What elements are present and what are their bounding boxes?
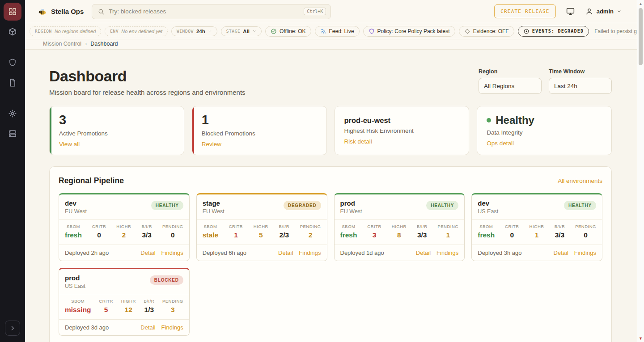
env-card-footer: Deployed 1d ago DetailFindings [335, 245, 465, 261]
region-pill-value: No regions defined [55, 29, 96, 34]
env-card-footer: Deployed 6h ago DetailFindings [197, 245, 327, 261]
env-metric-highr: HIGHR1 [530, 224, 544, 239]
env-detail-link[interactable]: Detail [554, 249, 568, 256]
env-metric-highr: HIGHR2 [116, 224, 131, 239]
sidebar-item-documents[interactable] [4, 74, 21, 92]
server-icon [8, 129, 17, 138]
env-region: EU West [65, 208, 87, 215]
monitor-icon [566, 7, 575, 16]
env-detail-link[interactable]: Detail [416, 249, 431, 256]
env-status-badge: HEALTHY [426, 201, 458, 210]
env-status-badge: HEALTHY [151, 201, 183, 210]
stat-card-blocked-promotions: 1 Blocked Promotions Review [192, 106, 327, 155]
all-environments-link[interactable]: All environments [558, 177, 602, 184]
environment-card: dev EU West HEALTHY SBOMfreshCRITR0HIGHR… [59, 193, 190, 261]
app-header: Stella Ops Ctrl+K CREATE RELEASE admin [25, 0, 637, 23]
chevron-down-icon [208, 29, 212, 33]
view-all-link[interactable]: View all [59, 141, 80, 148]
events-status-pill: EVENTS: DEGRADED [518, 26, 589, 37]
window-context-dropdown[interactable]: WINDOW 24h [171, 26, 217, 36]
sidebar-item-dashboard[interactable] [4, 3, 21, 21]
create-release-button[interactable]: CREATE RELEASE [494, 4, 556, 18]
regional-pipeline-section: Regional Pipeline All environments dev E… [49, 166, 612, 342]
review-link[interactable]: Review [202, 141, 221, 148]
display-button[interactable] [566, 7, 575, 16]
env-detail-link[interactable]: Detail [140, 249, 155, 256]
stat-label: Data Integrity [487, 129, 603, 136]
env-region: EU West [340, 208, 362, 215]
env-findings-link[interactable]: Findings [436, 249, 458, 256]
env-findings-link[interactable]: Findings [161, 249, 183, 256]
env-card-footer: Deployed 3d ago DetailFindings [59, 320, 189, 335]
scroll-up-arrow-icon[interactable]: ▲ [637, 2, 644, 6]
env-metric-critr: CRITR0 [92, 224, 106, 239]
env-deployed: Deployed 3h ago [478, 249, 521, 256]
risk-detail-link[interactable]: Risk detail [344, 138, 372, 145]
sidebar [0, 0, 25, 342]
document-icon [8, 78, 17, 87]
env-findings-link[interactable]: Findings [574, 249, 596, 256]
sidebar-expand-button[interactable] [5, 321, 20, 336]
global-search[interactable]: Ctrl+K [92, 4, 331, 19]
stat-card-active-promotions: 3 Active Promotions View all [49, 106, 184, 155]
env-metric-bir: B/I/R1/3 [144, 299, 155, 314]
env-identity: prod US East [65, 274, 85, 289]
evidence-status-text: Evidence: OFF [473, 28, 509, 34]
environment-card: prod US East BLOCKED SBOMmissingCRITR5HI… [59, 268, 190, 336]
env-pill-value: No env defined yet [121, 29, 162, 34]
env-metric-sbom: SBOMfresh [478, 224, 495, 239]
window-pill-label: WINDOW [177, 29, 194, 34]
search-icon [97, 8, 105, 15]
env-metric-bir: B/I/R3/3 [555, 224, 565, 239]
time-window-filter: Time Window Last 24h [549, 68, 612, 94]
env-metric-highr: HIGHR8 [392, 224, 407, 239]
search-input[interactable] [109, 8, 300, 15]
stat-card-data-integrity: Healthy Data Integrity Ops detail [477, 106, 612, 155]
evidence-status-pill: Evidence: OFF [459, 26, 514, 37]
time-window-select[interactable]: Last 24h [549, 78, 612, 94]
scroll-down-arrow-icon[interactable]: ▼ [637, 336, 644, 341]
env-identity: prod EU West [340, 199, 362, 215]
env-detail-link[interactable]: Detail [278, 249, 293, 256]
env-status-badge: HEALTHY [564, 201, 596, 210]
user-menu[interactable]: admin [585, 7, 622, 16]
env-findings-link[interactable]: Findings [161, 324, 183, 331]
env-metrics: SBOMfreshCRITR3HIGHR8B/I/R3/3PENDING1 [335, 220, 465, 245]
page-filters: Region All Regions Time Window Last 24h [479, 68, 612, 94]
main-content: Dashboard Mission board for release heal… [25, 50, 637, 342]
sidebar-item-security[interactable] [4, 54, 21, 72]
chevron-right-icon [9, 325, 16, 331]
sidebar-item-releases[interactable] [4, 23, 21, 41]
region-select[interactable]: All Regions [479, 78, 542, 94]
env-links: DetailFindings [140, 249, 183, 256]
context-warning-text: Failed to persist global context prefere… [594, 28, 637, 34]
events-status-text: EVENTS: DEGRADED [532, 29, 584, 34]
stage-context-dropdown[interactable]: STAGE All [221, 26, 262, 36]
feed-status-pill: Feed: Live [315, 26, 360, 37]
env-metric-sbom: SBOMmissing [65, 299, 91, 314]
sidebar-item-infrastructure[interactable] [4, 125, 21, 143]
scrollbar-thumb[interactable] [639, 8, 643, 65]
region-context-pill[interactable]: REGION No regions defined [30, 26, 101, 36]
environment-card: stage EU West DEGRADED SBOMstaleCRITR1HI… [196, 193, 327, 261]
env-context-pill[interactable]: ENV No env defined yet [105, 26, 168, 36]
target-icon [523, 28, 530, 34]
vertical-scrollbar[interactable]: ▲ ▼ [637, 0, 644, 342]
env-name: prod [65, 274, 85, 282]
page-title: Dashboard [49, 68, 246, 84]
header-actions: CREATE RELEASE admin [494, 4, 622, 18]
sidebar-item-settings[interactable] [4, 105, 21, 122]
stat-card-highest-risk: prod-eu-west Highest Risk Environment Ri… [335, 106, 470, 155]
chevron-down-icon [252, 29, 256, 33]
search-shortcut-badge: Ctrl+K [304, 8, 326, 15]
env-card-header: prod US East BLOCKED [59, 269, 189, 294]
env-metric-critr: CRITR0 [505, 224, 519, 239]
env-links: DetailFindings [554, 249, 596, 256]
env-findings-link[interactable]: Findings [299, 249, 321, 256]
breadcrumb-mission-control[interactable]: Mission Control [43, 41, 81, 47]
env-detail-link[interactable]: Detail [140, 324, 155, 331]
page-subtitle: Mission board for release health across … [49, 89, 246, 96]
env-region: US East [478, 208, 498, 215]
ops-detail-link[interactable]: Ops detail [487, 140, 514, 147]
pipeline-head: Regional Pipeline All environments [59, 176, 602, 186]
